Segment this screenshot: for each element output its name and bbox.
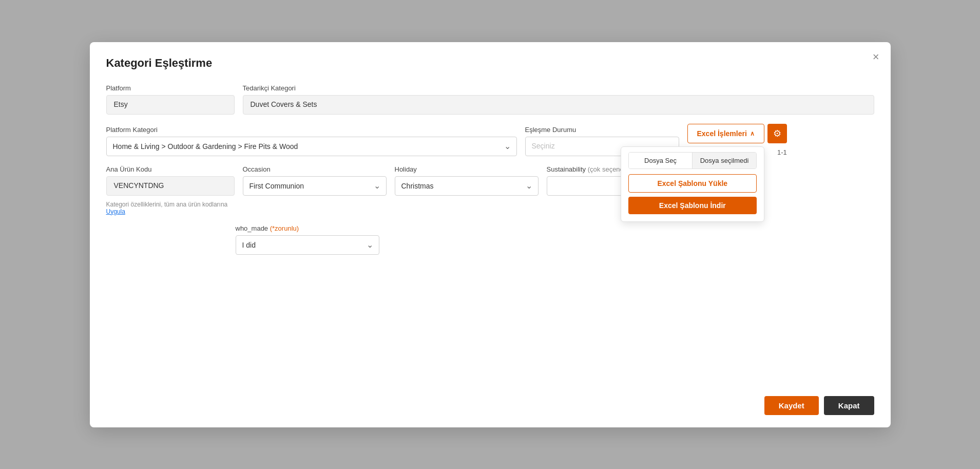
tedarikci-field: Tedarikçi Kategori Duvet Covers & Sets: [243, 84, 874, 115]
row-platform: Platform Etsy Tedarikçi Kategori Duvet C…: [106, 84, 874, 115]
platform-field: Platform Etsy: [106, 84, 235, 115]
excel-dropdown-panel: Dosya Seç Dosya seçilmedi Excel Şablonu …: [621, 146, 764, 222]
occasion-select-wrapper: First Communion Christmas Birthday Anniv…: [243, 176, 387, 196]
holiday-select[interactable]: Christmas Easter Halloween Thanksgiving: [395, 176, 539, 196]
who-made-field: who_made (*zorunlu) I did Someone else C…: [236, 224, 379, 255]
footer-buttons: Kaydet Kapat: [764, 396, 874, 415]
platform-kategori-label: Platform Kategori: [106, 126, 517, 134]
modal-title: Kategori Eşleştirme: [106, 57, 874, 70]
close-icon-button[interactable]: ×: [873, 51, 879, 63]
dosya-row: Dosya Seç Dosya seçilmedi: [628, 152, 757, 169]
modal: Kategori Eşleştirme × Platform Etsy Teda…: [90, 42, 891, 427]
close-button[interactable]: Kapat: [824, 396, 874, 415]
occasion-select[interactable]: First Communion Christmas Birthday Anniv…: [243, 176, 387, 196]
excel-area: Excel İşlemleri ∧ Dosya Seç Dosya seçilm…: [687, 124, 787, 143]
excel-dropdown-wrapper: Excel İşlemleri ∧ Dosya Seç Dosya seçilm…: [687, 124, 764, 143]
tedarikci-value: Duvet Covers & Sets: [243, 95, 874, 115]
dosya-secilmedi-button[interactable]: Dosya seçilmedi: [693, 153, 756, 168]
ana-urun-value: VENCYNTDNG: [106, 176, 235, 196]
platform-kategori-field: Platform Kategori Home & Living > Outdoo…: [106, 126, 517, 156]
chevron-up-icon: ∧: [750, 130, 755, 137]
tedarikci-label: Tedarikçi Kategori: [243, 84, 874, 92]
row-kategori: Platform Kategori Home & Living > Outdoo…: [106, 124, 874, 156]
who-made-label: who_made (*zorunlu): [236, 224, 379, 232]
gear-icon: ⚙: [773, 128, 781, 139]
platform-label: Platform: [106, 84, 235, 92]
excel-islemleri-button[interactable]: Excel İşlemleri ∧: [687, 124, 764, 143]
eslesme-label: Eşleşme Durumu: [525, 126, 679, 134]
modal-overlay: Kategori Eşleştirme × Platform Etsy Teda…: [0, 0, 980, 469]
holiday-select-wrapper: Christmas Easter Halloween Thanksgiving: [395, 176, 539, 196]
who-made-select[interactable]: I did Someone else Collective: [236, 235, 379, 255]
excel-sablonu-indir-button[interactable]: Excel Şablonu İndir: [628, 197, 757, 214]
ana-urun-label: Ana Ürün Kodu: [106, 165, 235, 173]
apply-text: Kategori özelliklerini, tüm ana ürün kod…: [106, 201, 235, 215]
ana-urun-field: Ana Ürün Kodu VENCYNTDNG Kategori özelli…: [106, 165, 235, 215]
occasion-field: Occasion First Communion Christmas Birth…: [243, 165, 387, 196]
excel-sablonu-yukle-button[interactable]: Excel Şablonu Yükle: [628, 174, 757, 193]
gear-button[interactable]: ⚙: [767, 124, 787, 143]
platform-kategori-select[interactable]: Home & Living > Outdoor & Gardening > Fi…: [106, 137, 517, 156]
apply-prefix: Kategori özelliklerini, tüm ana ürün kod…: [106, 201, 228, 208]
who-made-required: (*zorunlu): [270, 224, 299, 232]
platform-kategori-select-wrapper: Home & Living > Outdoor & Gardening > Fi…: [106, 137, 517, 156]
holiday-label: Holiday: [395, 165, 539, 173]
occasion-label: Occasion: [243, 165, 387, 173]
who-made-select-wrapper: I did Someone else Collective: [236, 235, 379, 255]
apply-link[interactable]: Uygula: [106, 208, 125, 215]
platform-value: Etsy: [106, 95, 235, 115]
save-button[interactable]: Kaydet: [764, 396, 819, 415]
dosya-sec-button[interactable]: Dosya Seç: [629, 153, 693, 168]
row-who-made: who_made (*zorunlu) I did Someone else C…: [106, 224, 874, 255]
holiday-field: Holiday Christmas Easter Halloween Thank…: [395, 165, 539, 196]
pagination-text: 1-1: [777, 148, 787, 156]
excel-btn-label: Excel İşlemleri: [697, 129, 747, 138]
